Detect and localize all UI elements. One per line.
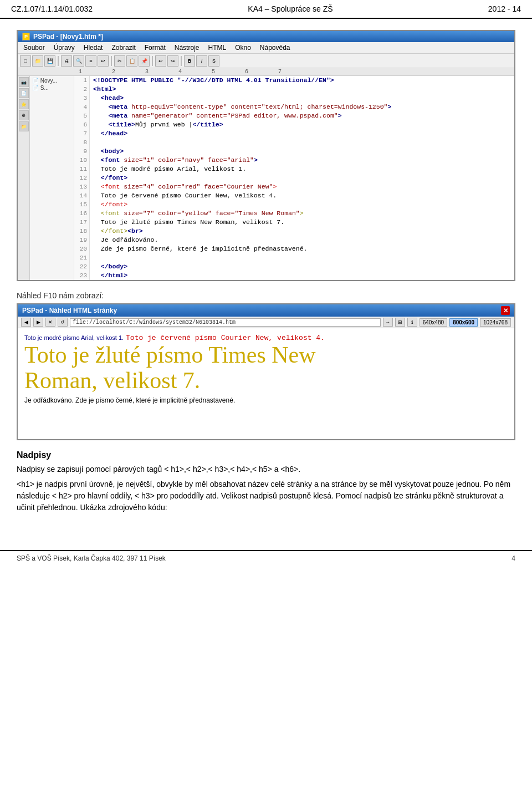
menu-html[interactable]: HTML xyxy=(204,43,229,52)
line-content-17[interactable]: Toto je žluté písmo Times New Roman, vel… xyxy=(90,218,284,227)
toolbar-sep3 xyxy=(152,56,153,66)
line-content-5[interactable]: <meta name="generator" content="PSPad ed… xyxy=(90,111,342,120)
footer-right: 4 xyxy=(511,554,515,562)
editor-line-10: 10 <font size="1" color="navy" face="ari… xyxy=(74,156,514,165)
menu-napoveda[interactable]: Nápověda xyxy=(257,43,294,52)
toolbar-open[interactable]: 📁 xyxy=(32,55,43,67)
line-content-3[interactable]: <head> xyxy=(90,94,124,103)
preview-grid-button[interactable]: ⊞ xyxy=(395,318,405,327)
line-num-12: 12 xyxy=(74,174,90,182)
preview-url-bar[interactable]: file://localhost/C:/windows/system32/N61… xyxy=(70,318,381,327)
line-num-22: 22 xyxy=(74,262,90,271)
pspad-left-sidebar: 📷 📄 ⭐ ⚙ 📁 xyxy=(18,76,30,280)
line-num-21: 21 xyxy=(74,253,90,262)
filetree-item-1[interactable]: 📄 Novy... xyxy=(31,77,73,84)
toolbar-save[interactable]: 💾 xyxy=(44,55,55,67)
line-num-3: 3 xyxy=(74,94,90,103)
line-content-10[interactable]: <font size="1" color="navy" face="arial"… xyxy=(90,156,258,165)
line-content-21[interactable] xyxy=(90,253,97,262)
line-content-1[interactable]: <!DOCTYPE HTML PUBLIC "-//W3C//DTD HTML … xyxy=(90,76,334,85)
line-num-20: 20 xyxy=(74,245,90,253)
preview-refresh-button[interactable]: ↺ xyxy=(58,318,68,327)
toolbar-spell[interactable]: S xyxy=(208,55,219,67)
line-content-19[interactable]: Je odřádkováno. xyxy=(90,236,158,245)
menu-okno[interactable]: Okno xyxy=(232,43,254,52)
line-content-8[interactable] xyxy=(90,138,97,147)
pspad-code-editor[interactable]: 1 <!DOCTYPE HTML PUBLIC "-//W3C//DTD HTM… xyxy=(74,76,514,280)
toolbar-search[interactable]: 🔍 xyxy=(73,55,84,67)
toolbar-sep2 xyxy=(111,56,112,66)
toolbar-new[interactable]: □ xyxy=(20,55,31,67)
toolbar-btn4[interactable]: ↩ xyxy=(98,55,109,67)
sidebar-icon-3[interactable]: ⭐ xyxy=(19,99,29,109)
editor-line-6: 6 <title>Můj první web |</title> xyxy=(74,120,514,129)
preview-res-800[interactable]: 800x600 xyxy=(449,318,478,327)
preview-nav-go[interactable]: → xyxy=(383,318,393,327)
editor-line-7: 7 </head> xyxy=(74,129,514,138)
preview-res-1024[interactable]: 1024x768 xyxy=(480,318,511,327)
toolbar-redo[interactable]: ↪ xyxy=(167,55,178,67)
toolbar-undo[interactable]: ↩ xyxy=(155,55,166,67)
line-content-4[interactable]: <meta http-equiv="content-type" content=… xyxy=(90,103,391,111)
editor-line-2: 2 <html> xyxy=(74,85,514,94)
menu-hledat[interactable]: Hledat xyxy=(80,43,106,52)
line-num-2: 2 xyxy=(74,85,90,94)
preview-info-button[interactable]: ℹ xyxy=(407,318,417,327)
menu-format[interactable]: Formát xyxy=(141,43,169,52)
page-header: CZ.1.07/1.1.14/01.0032 KA4 – Spolupráce … xyxy=(0,0,532,19)
toolbar-print[interactable]: 🖨 xyxy=(61,55,72,67)
editor-line-19: 19 Je odřádkováno. xyxy=(74,236,514,245)
toolbar-copy[interactable]: 📋 xyxy=(126,55,137,67)
line-content-16[interactable]: <font size="7" color="yellow" face="Time… xyxy=(90,209,304,218)
preview-close-button[interactable]: ✕ xyxy=(501,306,510,315)
line-content-13[interactable]: <font size="4" color="red" face="Courier… xyxy=(90,182,277,191)
line-content-2[interactable]: <html> xyxy=(90,85,116,94)
line-content-12[interactable]: </font> xyxy=(90,174,127,182)
editor-line-16: 16 <font size="7" color="yellow" face="T… xyxy=(74,209,514,218)
main-content: P PSPad - [Novy1.htm *] Soubor Úpravy Hl… xyxy=(0,24,532,528)
line-content-9[interactable]: <body> xyxy=(90,147,124,156)
toolbar-bold[interactable]: B xyxy=(184,55,195,67)
preview-back-button[interactable]: ◀ xyxy=(21,318,31,327)
menu-zobrazit[interactable]: Zobrazit xyxy=(108,43,139,52)
menu-soubor[interactable]: Soubor xyxy=(20,43,48,52)
filetree-item-2[interactable]: 📄 S... xyxy=(31,84,73,91)
line-num-13: 13 xyxy=(74,182,90,191)
sidebar-icon-5[interactable]: 📁 xyxy=(19,121,29,131)
preview-content: Toto je modré písmo Arial, velikost 1. T… xyxy=(18,328,514,439)
sidebar-icon-2[interactable]: 📄 xyxy=(19,88,29,98)
line-content-6[interactable]: <title>Můj první web |</title> xyxy=(90,120,223,129)
sidebar-icon-4[interactable]: ⚙ xyxy=(19,110,29,120)
toolbar-paste[interactable]: 📌 xyxy=(139,55,150,67)
line-num-15: 15 xyxy=(74,200,90,209)
line-content-7[interactable]: </head> xyxy=(90,129,127,138)
preview-navbar: ◀ ▶ ✕ ↺ file://localhost/C:/windows/syst… xyxy=(18,317,514,328)
line-content-11[interactable]: Toto je modré písmo Arial, velikost 1. xyxy=(90,165,246,174)
pspad-title: PSPad - [Novy1.htm *] xyxy=(33,33,103,40)
preview-titlebar: PSPad - Náhled HTML stránky ✕ xyxy=(18,304,514,317)
toolbar-btn3[interactable]: ≡ xyxy=(85,55,96,67)
footer-left: SPŠ a VOŠ Písek, Karla Čapka 402, 397 11… xyxy=(17,554,166,562)
editor-line-17: 17 Toto je žluté písmo Times New Roman, … xyxy=(74,218,514,227)
line-num-16: 16 xyxy=(74,209,90,218)
line-num-5: 5 xyxy=(74,111,90,120)
preview-forward-button[interactable]: ▶ xyxy=(33,318,43,327)
line-content-22[interactable]: </body> xyxy=(90,262,127,271)
pspad-filetree: 📄 Novy... 📄 S... xyxy=(30,76,74,280)
sidebar-icon-1[interactable]: 📷 xyxy=(19,77,29,87)
preview-stop-button[interactable]: ✕ xyxy=(45,318,55,327)
toolbar-cut[interactable]: ✂ xyxy=(114,55,125,67)
line-content-14[interactable]: Toto je červené písmo Courier New, velik… xyxy=(90,191,277,200)
menu-nastroje[interactable]: Nástroje xyxy=(171,43,203,52)
toolbar-italic[interactable]: I xyxy=(196,55,207,67)
line-content-20[interactable]: Zde je písmo černé, které je implicitně … xyxy=(90,245,307,253)
pspad-menubar: Soubor Úpravy Hledat Zobrazit Formát Nás… xyxy=(18,42,514,54)
pspad-titlebar: P PSPad - [Novy1.htm *] xyxy=(18,31,514,42)
line-content-23[interactable]: </html> xyxy=(90,271,127,280)
menu-upravy[interactable]: Úpravy xyxy=(50,43,78,52)
line-content-18[interactable]: </font><br> xyxy=(90,227,143,236)
line-content-15[interactable]: </font> xyxy=(90,200,127,209)
header-right: 2012 - 14 xyxy=(488,4,521,13)
preview-res-640[interactable]: 640x480 xyxy=(420,318,447,327)
section-nadpisy-p1: Nadpisy se zapisují pomocí párových tagů… xyxy=(17,464,515,475)
